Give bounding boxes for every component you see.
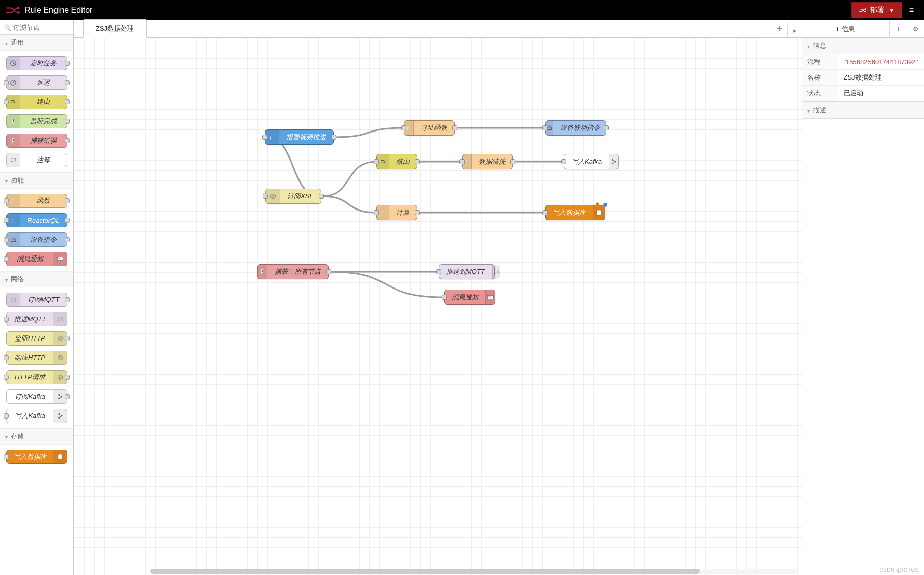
palette-search-input[interactable] — [13, 23, 69, 31]
mail-icon — [53, 252, 67, 266]
row-name-label: 名称 — [802, 70, 838, 86]
flow-canvas[interactable]: f报警视频推送f寻址函数设备联动指令路由f数据清洗写入Kafka订阅XSLf计算… — [74, 38, 802, 575]
flow-wire[interactable] — [329, 272, 444, 297]
flow-node[interactable]: 设备联动指令 — [545, 120, 606, 136]
canvas-h-scrollbar[interactable] — [150, 569, 797, 574]
palette-node[interactable]: 写入数据库 — [6, 450, 67, 464]
flow-wire[interactable] — [334, 128, 404, 137]
svg-point-11 — [13, 142, 14, 143]
info-table: 流程"1556825601744187392" 名称ZSJ数据处理 状态已启动 — [802, 54, 924, 101]
flow-node-label: 报警视频推送 — [279, 133, 333, 142]
flow-node[interactable]: 写入Kafka — [564, 154, 619, 169]
tabs-expand-button[interactable]: ▸ — [787, 23, 802, 37]
node-port — [65, 237, 70, 242]
node-output-port[interactable] — [452, 125, 457, 130]
node-input-port[interactable] — [263, 194, 268, 199]
node-output-port[interactable] — [415, 210, 420, 215]
svg-text:f: f — [12, 199, 14, 203]
flow-node[interactable]: 订阅XSL — [265, 189, 321, 204]
flow-node[interactable]: f计算 — [376, 205, 417, 220]
sidebar-tab-info[interactable]: i 信息 — [802, 20, 889, 37]
node-output-port[interactable] — [326, 269, 331, 274]
flow-node[interactable]: f寻址函数 — [404, 120, 455, 136]
palette-node[interactable]: 响应HTTP — [6, 351, 67, 365]
node-input-port[interactable] — [561, 159, 566, 164]
sidebar-section-info-header[interactable]: 信息 — [802, 38, 924, 54]
node-input-port[interactable] — [374, 159, 379, 164]
palette-node[interactable]: 注释 — [6, 153, 67, 167]
sidebar-tab-config[interactable]: ⚙ — [907, 20, 924, 37]
add-tab-button[interactable]: + — [772, 20, 787, 37]
palette-node[interactable]: f函数 — [6, 194, 67, 208]
palette-node-label: 写入数据库 — [7, 452, 53, 461]
svg-point-38 — [262, 273, 263, 274]
node-output-port[interactable] — [415, 159, 420, 164]
palette-node[interactable]: HTTP请求 — [6, 370, 67, 384]
palette-node[interactable]: 消息通知 — [6, 252, 67, 266]
node-input-port[interactable] — [436, 269, 441, 274]
palette-node[interactable]: 捕获错误 — [6, 134, 67, 148]
flow-node[interactable]: 写入数据库 — [545, 205, 605, 220]
mail-icon — [485, 290, 495, 304]
svg-point-0 — [17, 7, 20, 9]
palette-node[interactable]: 路由 — [6, 95, 67, 109]
node-output-port[interactable] — [604, 125, 609, 130]
node-port — [65, 198, 70, 203]
flow-node[interactable]: 推送到MQTT — [439, 264, 495, 279]
node-input-port[interactable] — [542, 125, 548, 130]
palette-category-header[interactable]: 功能 — [0, 172, 73, 189]
palette-node[interactable]: 监听HTTP — [6, 331, 67, 346]
palette-node[interactable]: 定时任务 — [6, 56, 67, 70]
node-input-port[interactable] — [442, 295, 447, 300]
palette-node[interactable]: 监听完成 — [6, 114, 67, 128]
palette-node[interactable]: 订阅Kafka — [6, 389, 67, 404]
palette-node-label: ReactorQL — [20, 217, 67, 224]
node-output-port[interactable] — [319, 194, 324, 199]
info-sidebar: i 信息 i ⚙ 信息 流程"1556825601744187392" 名称ZS… — [802, 20, 924, 575]
watermark: CSDN @IOTOS — [879, 567, 919, 573]
flow-node[interactable]: 捕获：所有节点 — [257, 264, 329, 279]
node-input-port[interactable] — [374, 210, 379, 215]
comment-icon — [7, 153, 20, 167]
flow-wire[interactable] — [321, 162, 376, 196]
sidebar-tab-info-label: 信息 — [841, 24, 855, 34]
sidebar-tab-help[interactable]: i — [889, 20, 907, 37]
node-input-port[interactable] — [542, 210, 548, 215]
flow-node[interactable]: 消息通知 — [444, 290, 495, 305]
flow-node[interactable]: f数据清洗 — [462, 154, 513, 169]
node-port — [65, 297, 70, 302]
palette-node[interactable]: 设备指令 — [6, 232, 67, 247]
node-port — [65, 99, 70, 104]
sidebar-section-desc-header[interactable]: 描述 — [802, 102, 924, 118]
node-input-port[interactable] — [459, 159, 465, 164]
svg-point-8 — [13, 123, 14, 124]
db-icon — [53, 450, 67, 463]
palette-node[interactable]: 推送MQTT — [6, 312, 67, 326]
palette-category-header[interactable]: 通用 — [0, 35, 73, 51]
palette-node[interactable]: 写入Kafka — [6, 409, 67, 423]
node-port — [65, 218, 70, 223]
palette-category-header[interactable]: 网络 — [0, 271, 73, 288]
flow-node-label: 数据清洗 — [472, 157, 512, 166]
palette-node-label: 延迟 — [20, 78, 67, 87]
palette-node[interactable]: 订阅MQTT — [6, 293, 67, 307]
canvas-area: ZSJ数据处理 + ▸ f报警视频推送f寻址函数设备联动指令路由f数据清洗写入K… — [74, 20, 802, 575]
flow-node[interactable]: f报警视频推送 — [265, 129, 334, 145]
deploy-button[interactable]: 部署 ▼ — [851, 2, 902, 18]
node-port — [65, 61, 70, 66]
main-menu-button[interactable]: ≡ — [904, 2, 919, 19]
palette-category-header[interactable]: 存储 — [0, 428, 73, 445]
flow-node[interactable]: 路由 — [376, 154, 417, 169]
flow-node-label: 订阅XSL — [280, 192, 320, 201]
node-output-port[interactable] — [510, 159, 515, 164]
node-input-port[interactable] — [401, 125, 406, 130]
node-input-port[interactable] — [262, 135, 267, 140]
palette-search[interactable] — [0, 20, 73, 35]
node-port — [4, 454, 9, 459]
tab-active[interactable]: ZSJ数据处理 — [83, 19, 147, 38]
node-output-port[interactable] — [331, 135, 336, 140]
palette-node[interactable]: 延迟 — [6, 75, 67, 90]
flow-wire[interactable] — [321, 196, 376, 213]
palette-node[interactable]: fReactorQL — [6, 213, 67, 227]
flow-wire[interactable] — [265, 137, 321, 196]
